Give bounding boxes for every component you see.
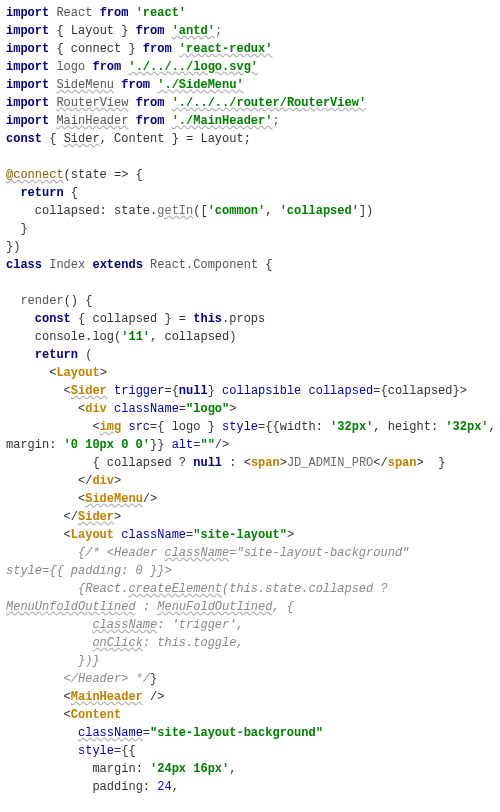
content-margin: '24px 16px' [150, 762, 229, 776]
admin-title: JD_ADMIN_PRO [287, 456, 373, 470]
code-editor-view: import React from 'react' import { Layou… [0, 0, 500, 800]
content-padding: 24 [157, 780, 171, 794]
